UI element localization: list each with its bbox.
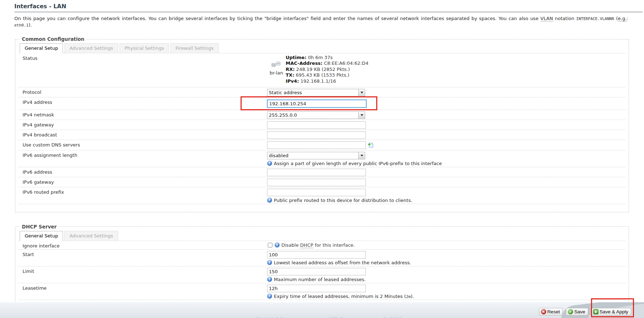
tab-advanced-settings[interactable]: Advanced Settings: [64, 43, 118, 53]
ipv6-assignment-select[interactable]: disabled: [267, 152, 365, 159]
reset-button[interactable]: ✕ Reset: [539, 308, 563, 315]
protocol-label: Protocol: [18, 88, 267, 96]
ipv4-broadcast-label: IPv4 broadcast: [18, 131, 267, 139]
tab-firewall-settings[interactable]: Firewall Settings: [170, 43, 218, 53]
help-icon: ?: [267, 294, 272, 299]
ipv6-gateway-row: IPv6 gateway: [18, 177, 626, 187]
help-icon: ?: [267, 260, 272, 265]
save-button[interactable]: ✓ Save: [566, 308, 588, 315]
common-configuration-legend: Common Configuration: [20, 36, 87, 42]
add-dns-entry-icon[interactable]: [368, 142, 374, 149]
dhcp-server-section: DHCP Server General Setup Advanced Setti…: [15, 224, 629, 305]
ipv4-broadcast-input[interactable]: [267, 131, 366, 139]
stat-ipv4: IPv4: 192.168.1.1/16: [286, 78, 368, 84]
dhcp-tab-advanced-settings[interactable]: Advanced Settings: [64, 231, 118, 241]
footer-clipped-text: Powered by · · · · · · · · · · · LTD R ·…: [200, 316, 458, 318]
luci-interfaces-page: { "page": { "title": "Interfaces - LAN",…: [0, 0, 644, 318]
dropdown-arrow-icon: [358, 112, 365, 119]
dhcp-tab-general-setup[interactable]: General Setup: [20, 231, 63, 241]
dhcp-leasetime-row: Leasetime ? Expiry time of leased addres…: [18, 283, 626, 300]
dhcp-start-hint: ? Lowest leased address as offset from t…: [267, 260, 626, 265]
ipv4-address-input[interactable]: [267, 100, 367, 108]
tab-physical-settings[interactable]: Physical Settings: [120, 43, 169, 53]
dhcp-start-label: Start: [18, 250, 267, 265]
help-icon: ?: [275, 242, 280, 247]
common-config-tabs: General Setup Advanced Settings Physical…: [20, 43, 626, 53]
stat-rx: RX: 248.19 KB (2852 Pkts.): [286, 67, 368, 72]
page-title: Interfaces - LAN: [14, 3, 643, 12]
ipv6-gateway-input[interactable]: [267, 179, 366, 186]
ipv4-broadcast-row: IPv4 broadcast: [18, 130, 626, 140]
ipv4-gateway-row: IPv4 gateway: [18, 120, 626, 130]
code-eth0-1: eth0.1: [14, 23, 29, 28]
ipv6-address-row: IPv6 address: [18, 167, 626, 177]
bridge-interface-icon: [271, 61, 282, 68]
ignore-interface-row: Ignore interface ? Disable DHCP for this…: [18, 241, 626, 249]
dhcp-abbr: DHCP: [300, 242, 313, 248]
status-label: Status: [18, 54, 267, 86]
eg-abbr: e.g.: [618, 16, 627, 21]
protocol-select[interactable]: Static address: [267, 89, 365, 96]
interface-stats: Uptime: 0h 6m 37s MAC-Address: C8:EE:A6:…: [286, 55, 368, 84]
ipv4-gateway-label: IPv4 gateway: [18, 121, 267, 129]
ipv6-gateway-label: IPv6 gateway: [18, 178, 267, 186]
common-configuration-section: Common Configuration General Setup Advan…: [15, 36, 629, 212]
code-interface-vlannr: INTERFACE.VLANNR: [576, 16, 614, 21]
dropdown-arrow-icon: [358, 152, 365, 159]
ipv6-prefix-hint: ? Public prefix routed to this device fo…: [267, 198, 626, 203]
status-row: Status br-lan: [18, 53, 626, 87]
device-name: br-lan: [267, 70, 286, 76]
ipv6-assignment-label: IPv6 assignment length: [18, 151, 267, 166]
stat-mac: MAC-Address: C8:EE:A6:04:62:D4: [286, 61, 368, 66]
ipv6-prefix-input[interactable]: [267, 189, 366, 196]
dhcp-limit-hint: ? Maximum number of leased addresses.: [267, 277, 626, 282]
dhcp-tabs: General Setup Advanced Settings: [20, 231, 626, 241]
stat-tx: TX: 695.43 KB (1533 Pkts.): [286, 72, 368, 78]
dhcp-start-input[interactable]: [267, 251, 366, 259]
ipv4-netmask-row: IPv4 netmask 255.255.0.0: [18, 110, 626, 120]
protocol-row: Protocol Static address: [18, 87, 626, 97]
ipv6-prefix-row: IPv6 routed prefix ? Public prefix route…: [18, 187, 626, 204]
dhcp-server-legend: DHCP Server: [20, 224, 59, 230]
dropdown-arrow-icon: [358, 89, 365, 96]
dhcp-start-row: Start ? Lowest leased address as offset …: [18, 249, 626, 266]
ignore-interface-label: Ignore interface: [18, 242, 267, 249]
ipv4-gateway-input[interactable]: [267, 121, 366, 129]
help-icon: ?: [267, 161, 272, 166]
custom-dns-row: Use custom DNS servers: [18, 140, 626, 150]
leasetime-min-code: 2m: [406, 294, 411, 299]
ipv6-address-input[interactable]: [267, 169, 366, 176]
ipv4-netmask-label: IPv4 netmask: [18, 111, 267, 119]
dhcp-limit-row: Limit ? Maximum number of leased address…: [18, 266, 626, 283]
save-apply-button[interactable]: Save & Apply: [591, 308, 631, 315]
ipv4-netmask-select[interactable]: 255.255.0.0: [267, 111, 365, 119]
save-apply-icon: [593, 309, 599, 314]
dhcp-leasetime-input[interactable]: [267, 285, 366, 292]
custom-dns-label: Use custom DNS servers: [18, 141, 267, 149]
ipv6-address-label: IPv6 address: [18, 168, 267, 176]
ipv4-address-row: IPv4 address: [18, 97, 626, 110]
ignore-interface-hint: Disable DHCP for this interface.: [281, 242, 355, 248]
dhcp-limit-label: Limit: [18, 267, 267, 282]
ignore-interface-checkbox[interactable]: [268, 243, 272, 247]
bridge-device: br-lan: [267, 55, 286, 84]
dhcp-limit-input[interactable]: [267, 268, 366, 275]
ipv6-assignment-hint: ? Assign a part of given length of every…: [267, 161, 626, 166]
reset-icon: ✕: [541, 309, 546, 314]
vlan-abbr: VLAN: [541, 16, 553, 21]
custom-dns-input[interactable]: [267, 141, 366, 149]
help-icon: ?: [267, 277, 272, 282]
help-icon: ?: [267, 198, 272, 203]
dhcp-leasetime-label: Leasetime: [18, 284, 267, 299]
ipv4-address-label: IPv4 address: [18, 98, 267, 109]
action-button-bar: ✕ Reset ✓ Save Save & Apply: [539, 308, 631, 315]
dhcp-leasetime-hint: ? Expiry time of leased addresses, minim…: [267, 294, 626, 299]
save-icon: ✓: [568, 309, 573, 314]
ipv6-assignment-row: IPv6 assignment length disabled ? Assign…: [18, 150, 626, 167]
stat-uptime: Uptime: 0h 6m 37s: [286, 55, 368, 61]
page-description: On this page you can configure the netwo…: [14, 15, 628, 28]
tab-general-setup[interactable]: General Setup: [20, 43, 63, 53]
ipv6-prefix-label: IPv6 routed prefix: [18, 188, 267, 203]
